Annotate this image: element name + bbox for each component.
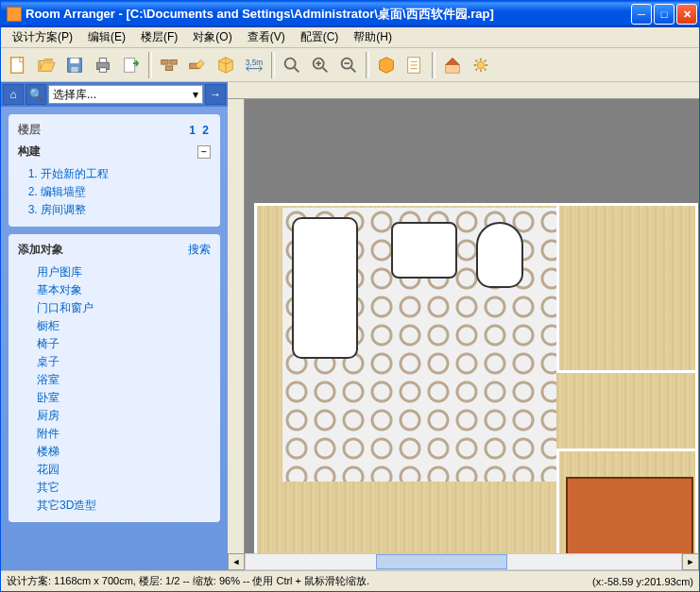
menu-bar: 设计方案(P) 编辑(E) 楼层(F) 对象(O) 查看(V) 配置(C) 帮助… <box>1 27 699 48</box>
category-item-10[interactable]: 楼梯 <box>37 443 211 461</box>
ruler-vertical <box>228 99 245 553</box>
build-item-2[interactable]: 房间调整 <box>41 201 211 219</box>
svg-rect-9 <box>170 59 177 64</box>
toolbar: 3,5m <box>1 48 699 82</box>
scroll-left-button[interactable]: ◄ <box>228 553 245 570</box>
status-coords: (x:-58.59 y:201.93cm) <box>592 576 693 587</box>
menu-edit[interactable]: 编辑(E) <box>80 27 133 47</box>
status-bar: 设计方案: 1168cm x 700cm, 楼层: 1/2 -- 缩放: 96%… <box>1 570 699 591</box>
toolbar-separator <box>271 52 275 78</box>
menu-help[interactable]: 帮助(H) <box>346 27 400 47</box>
build-item-1[interactable]: 编辑墙壁 <box>41 183 211 201</box>
window-title: Room Arranger - [C:\Documents and Settin… <box>26 6 631 23</box>
list-button[interactable] <box>401 52 428 78</box>
search-icon-button[interactable]: 🔍 <box>26 84 46 105</box>
svg-text:3,5m: 3,5m <box>246 59 263 67</box>
sidebar-search-bar: ⌂ 🔍 选择库... ▾ → <box>1 82 228 107</box>
floors-label: 楼层 <box>18 122 41 138</box>
category-item-2[interactable]: 门口和窗户 <box>37 299 211 317</box>
wall-button[interactable] <box>156 52 182 78</box>
svg-rect-2 <box>70 58 78 62</box>
new-button[interactable] <box>5 52 31 78</box>
canvas-area: ◄ ► <box>228 82 699 570</box>
print-button[interactable] <box>90 52 116 78</box>
svg-rect-7 <box>125 58 135 72</box>
zoom-out-button[interactable] <box>335 52 362 78</box>
menu-floor[interactable]: 楼层(F) <box>133 27 185 47</box>
category-item-5[interactable]: 桌子 <box>37 353 211 371</box>
add-object-label: 添加对象 <box>18 242 63 258</box>
build-label: 构建 <box>18 144 41 160</box>
maximize-button[interactable]: □ <box>654 4 674 25</box>
floor-plan[interactable] <box>245 99 699 553</box>
app-icon <box>7 7 22 22</box>
svg-point-13 <box>285 58 296 68</box>
svg-rect-6 <box>99 67 106 72</box>
floor-link-2[interactable]: 2 <box>202 124 209 137</box>
toolbar-separator <box>366 52 369 78</box>
category-item-11[interactable]: 花园 <box>37 461 211 479</box>
menu-view[interactable]: 查看(V) <box>240 27 293 47</box>
category-item-1[interactable]: 基本对象 <box>37 281 211 299</box>
home-icon-button[interactable]: ⌂ <box>3 84 24 105</box>
minimize-button[interactable]: ─ <box>631 4 652 25</box>
add-object-panel: 添加对象 搜索 用户图库基本对象门口和窗户橱柜椅子桌子浴室卧室厨房附件楼梯花园其… <box>9 234 220 522</box>
ruler-horizontal <box>228 82 699 99</box>
scroll-thumb[interactable] <box>376 554 506 569</box>
zoom-button[interactable] <box>279 52 305 78</box>
toolbar-separator <box>148 52 152 78</box>
object-button[interactable] <box>213 52 239 78</box>
open-button[interactable] <box>33 52 60 78</box>
measure-button[interactable]: 3,5m <box>241 52 267 78</box>
status-design-info: 设计方案: 1168cm x 700cm, 楼层: 1/2 -- 缩放: 96%… <box>7 574 592 588</box>
library-select[interactable]: 选择库... ▾ <box>48 85 203 104</box>
dropdown-icon: ▾ <box>193 88 198 101</box>
save-button[interactable] <box>61 52 88 78</box>
build-item-0[interactable]: 开始新的工程 <box>41 165 211 183</box>
category-item-13[interactable]: 其它3D造型 <box>37 497 211 515</box>
3d-button[interactable] <box>373 52 400 78</box>
toilet <box>476 222 523 288</box>
toolbar-separator <box>432 52 435 78</box>
home-button[interactable] <box>439 52 466 78</box>
sink <box>391 222 457 279</box>
svg-rect-3 <box>71 66 77 72</box>
settings-button[interactable] <box>468 52 494 78</box>
search-link[interactable]: 搜索 <box>188 242 211 258</box>
category-item-9[interactable]: 附件 <box>37 425 211 443</box>
menu-config[interactable]: 配置(C) <box>293 27 347 47</box>
category-item-7[interactable]: 卧室 <box>37 389 211 407</box>
collapse-button[interactable]: − <box>197 145 211 159</box>
menu-design[interactable]: 设计方案(P) <box>5 27 80 47</box>
category-item-0[interactable]: 用户图库 <box>37 263 211 281</box>
category-item-8[interactable]: 厨房 <box>37 407 211 425</box>
sidebar: ⌂ 🔍 选择库... ▾ → 楼层 1 2 <box>1 82 228 570</box>
menu-object[interactable]: 对象(O) <box>185 27 239 47</box>
zoom-in-button[interactable] <box>307 52 333 78</box>
title-bar: Room Arranger - [C:\Documents and Settin… <box>1 1 699 27</box>
category-item-6[interactable]: 浴室 <box>37 371 211 389</box>
svg-rect-10 <box>165 65 172 70</box>
bathtub <box>292 217 358 359</box>
floors-panel: 楼层 1 2 构建 − 开始新的工程编辑墙壁房间调整 <box>9 114 220 227</box>
floor-link-1[interactable]: 1 <box>189 124 196 137</box>
category-item-4[interactable]: 椅子 <box>37 335 211 353</box>
close-button[interactable]: ✕ <box>676 4 697 25</box>
category-item-3[interactable]: 橱柜 <box>37 317 211 335</box>
export-button[interactable] <box>118 52 145 78</box>
category-item-12[interactable]: 其它 <box>37 479 211 497</box>
svg-rect-8 <box>162 59 168 64</box>
svg-rect-0 <box>11 57 24 73</box>
horizontal-scrollbar[interactable]: ◄ ► <box>228 553 699 570</box>
desk <box>566 477 693 553</box>
svg-point-17 <box>477 61 484 68</box>
library-select-text: 选择库... <box>53 87 96 103</box>
edit-wall-button[interactable] <box>184 52 211 78</box>
go-button[interactable]: → <box>205 84 226 105</box>
svg-rect-5 <box>99 58 106 62</box>
scroll-right-button[interactable]: ► <box>682 553 699 570</box>
